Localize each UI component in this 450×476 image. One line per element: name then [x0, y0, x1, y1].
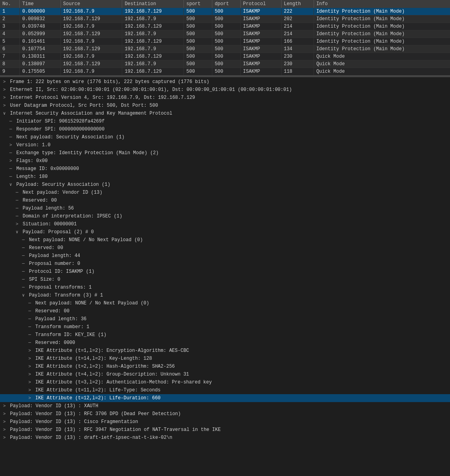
tree-toggle-icon: >	[27, 395, 32, 402]
table-row[interactable]: 30.039748192.168.7.9192.168.7.129500500I…	[0, 23, 450, 30]
tree-toggle-icon: >	[2, 94, 7, 101]
cell-protocol: ISAKMP	[240, 53, 281, 60]
tree-item[interactable]: ─ Initiator SPI: 906152928fa4269f	[0, 117, 450, 125]
cell-dport: 500	[212, 23, 240, 30]
tree-item[interactable]: > Payload: Vendor ID (13) : RFC 3706 DPD…	[0, 410, 450, 418]
tree-item[interactable]: ─ Message ID: 0x00000000	[0, 165, 450, 173]
table-row[interactable]: 90.175505192.168.7.9192.168.7.129500500I…	[0, 68, 450, 76]
tree-item[interactable]: ─ Length: 180	[0, 173, 450, 181]
tree-item[interactable]: ∨ Payload: Transform (3) # 1	[0, 291, 450, 299]
tree-item-label: IKE Attribute (t=2,l=2): Hash-Algorithm:…	[32, 364, 175, 369]
col-destination[interactable]: Destination	[122, 0, 184, 8]
tree-item-label: Transform number: 1	[32, 324, 89, 330]
tree-item[interactable]: > User Datagram Protocol, Src Port: 500,…	[0, 102, 450, 110]
tree-item[interactable]: ∨ Payload: Security Association (1)	[0, 181, 450, 189]
tree-item[interactable]: > Payload: Vendor ID (13) : Cisco Fragme…	[0, 418, 450, 426]
tree-toggle-icon: ─	[21, 284, 26, 291]
tree-item[interactable]: ─ Reserved: 0000	[0, 339, 450, 347]
tree-item[interactable]: ─ Protocol ID: ISAKMP (1)	[0, 268, 450, 276]
cell-no: 4	[0, 30, 20, 38]
cell-time: 0.107754	[20, 45, 61, 53]
tree-item-label: Frame 1: 222 bytes on wire (1776 bits), …	[7, 79, 209, 85]
tree-item[interactable]: ─ Proposal transforms: 1	[0, 283, 450, 291]
tree-item[interactable]: > IKE Attribute (t=11,l=2): Life-Type: S…	[0, 386, 450, 394]
tree-toggle-icon: ─	[27, 308, 32, 315]
table-row[interactable]: 20.009832192.168.7.129192.168.7.9500500I…	[0, 15, 450, 23]
table-row[interactable]: 50.101461192.168.7.9192.168.7.129500500I…	[0, 38, 450, 45]
cell-protocol: ISAKMP	[240, 8, 281, 15]
tree-item[interactable]: > Frame 1: 222 bytes on wire (1776 bits)…	[0, 78, 450, 86]
cell-dport: 500	[212, 68, 240, 76]
tree-item[interactable]: > Ethernet II, Src: 02:00:00:01:00:01 (0…	[0, 86, 450, 94]
tree-item[interactable]: ─ Reserved: 00	[0, 196, 450, 204]
cell-info: Identity Protection (Main Mode)	[314, 38, 450, 45]
tree-toggle-icon: ─	[27, 340, 32, 346]
tree-item[interactable]: > IKE Attribute (t=3,l=2): Authenticatio…	[0, 378, 450, 386]
col-info[interactable]: Info	[314, 0, 450, 8]
col-dport[interactable]: dport	[212, 0, 240, 8]
cell-dport: 500	[212, 53, 240, 60]
col-time[interactable]: Time	[20, 0, 61, 8]
cell-no: 6	[0, 45, 20, 53]
tree-item[interactable]: ∨ Payload: Proposal (2) # 0	[0, 228, 450, 236]
tree-item[interactable]: ─ Next payload: Security Association (1)	[0, 133, 450, 141]
tree-item-label: Proposal transforms: 1	[26, 285, 92, 290]
tree-item[interactable]: ─ SPI Size: 0	[0, 276, 450, 283]
col-protocol[interactable]: Protocol	[240, 0, 281, 8]
cell-destination: 192.168.7.129	[122, 38, 184, 45]
tree-toggle-icon: >	[2, 403, 7, 410]
tree-toggle-icon: ─	[27, 324, 32, 331]
tree-item[interactable]: > Payload: Vendor ID (13) : RFC 3947 Neg…	[0, 426, 450, 434]
table-row[interactable]: 60.107754192.168.7.129192.168.7.9500500I…	[0, 45, 450, 53]
cell-destination: 192.168.7.129	[122, 23, 184, 30]
tree-item[interactable]: ─ Exchange type: Identity Protection (Ma…	[0, 149, 450, 157]
tree-item[interactable]: ─ Payload length: 56	[0, 204, 450, 212]
tree-item[interactable]: ─ Next payload: NONE / No Next Payload (…	[0, 236, 450, 244]
tree-item-label: Next payload: Vendor ID (13)	[20, 190, 102, 195]
cell-source: 192.168.7.129	[61, 45, 122, 53]
tree-item[interactable]: ─ Payload length: 36	[0, 315, 450, 323]
tree-item[interactable]: > IKE Attribute (t=14,l=2): Key-Length: …	[0, 355, 450, 363]
tree-item[interactable]: > IKE Attribute (t=4,l=2): Group-Descrip…	[0, 370, 450, 378]
col-sport[interactable]: sport	[184, 0, 212, 8]
tree-item[interactable]: > IKE Attribute (t=2,l=2): Hash-Algorith…	[0, 363, 450, 370]
tree-item[interactable]: > IKE Attribute (t=12,l=2): Life-Duratio…	[0, 394, 450, 402]
tree-toggle-icon: >	[14, 221, 20, 228]
tree-item[interactable]: ─ Reserved: 00	[0, 307, 450, 315]
tree-item[interactable]: ─ Reserved: 00	[0, 244, 450, 252]
table-row[interactable]: 10.000000192.168.7.9192.168.7.129500500I…	[0, 8, 450, 15]
tree-item-label: IKE Attribute (t=3,l=2): Authentication-…	[32, 380, 212, 385]
cell-info: Identity Protection (Main Mode)	[314, 23, 450, 30]
tree-item[interactable]: ─ Payload length: 44	[0, 252, 450, 260]
tree-item[interactable]: > Situation: 00000001	[0, 220, 450, 228]
table-row[interactable]: 80.138097192.168.7.129192.168.7.9500500I…	[0, 60, 450, 68]
tree-item[interactable]: > Payload: Vendor ID (13) : XAUTH	[0, 402, 450, 410]
tree-item[interactable]: > Internet Protocol Version 4, Src: 192.…	[0, 94, 450, 102]
col-source[interactable]: Source	[61, 0, 122, 8]
tree-toggle-icon: ─	[14, 213, 20, 220]
tree-item[interactable]: ─ Next payload: Vendor ID (13)	[0, 189, 450, 196]
tree-item[interactable]: > Payload: Vendor ID (13) : draft-ietf-i…	[0, 434, 450, 442]
tree-item[interactable]: > Version: 1.0	[0, 141, 450, 149]
cell-length: 134	[281, 45, 314, 53]
tree-item[interactable]: ─ Transform ID: KEY_IKE (1)	[0, 331, 450, 339]
tree-item[interactable]: > Flags: 0x00	[0, 157, 450, 165]
tree-item-label: Domain of interpretation: IPSEC (1)	[20, 213, 122, 219]
tree-item-label: Initiator SPI: 906152928fa4269f	[13, 119, 104, 124]
tree-item[interactable]: ─ Transform number: 1	[0, 323, 450, 331]
table-row[interactable]: 70.130311192.168.7.9192.168.7.129500500I…	[0, 53, 450, 60]
tree-item[interactable]: ─ Next payload: NONE / No Next Payload (…	[0, 299, 450, 307]
cell-dport: 500	[212, 15, 240, 23]
tree-toggle-icon: >	[2, 87, 7, 93]
tree-item-label: Reserved: 00	[20, 198, 57, 203]
cell-time: 0.009832	[20, 15, 61, 23]
tree-item[interactable]: ∨ Internet Security Association and Key …	[0, 110, 450, 117]
tree-item[interactable]: ─ Responder SPI: 0000000000000000	[0, 125, 450, 133]
col-length[interactable]: Length	[281, 0, 314, 8]
tree-item[interactable]: ─ Proposal number: 0	[0, 260, 450, 268]
col-no[interactable]: No.	[0, 0, 20, 8]
table-row[interactable]: 40.052999192.168.7.129192.168.7.9500500I…	[0, 30, 450, 38]
tree-item[interactable]: > IKE Attribute (t=1,l=2): Encryption-Al…	[0, 347, 450, 355]
tree-toggle-icon: ∨	[21, 292, 26, 299]
tree-item[interactable]: ─ Domain of interpretation: IPSEC (1)	[0, 212, 450, 220]
